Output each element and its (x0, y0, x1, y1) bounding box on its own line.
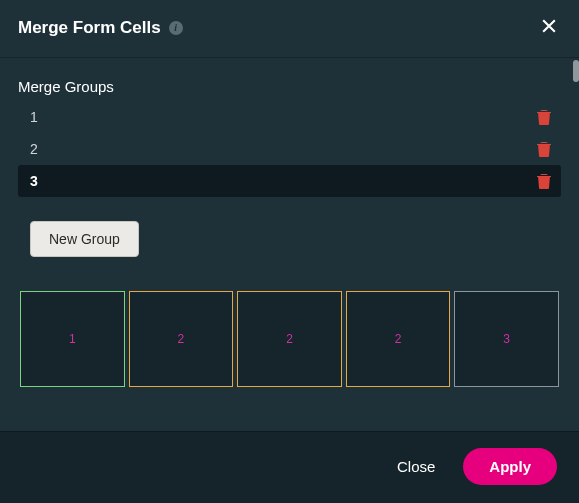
new-group-button[interactable]: New Group (30, 221, 139, 257)
group-row-id: 3 (30, 173, 38, 189)
cells-preview: 1 2 2 2 3 (18, 291, 561, 387)
header-left: Merge Form Cells i (18, 18, 183, 38)
close-icon-button[interactable] (537, 14, 561, 41)
scrollbar-thumb[interactable] (573, 60, 579, 82)
cell-2[interactable]: 2 (129, 291, 234, 387)
cell-1[interactable]: 1 (20, 291, 125, 387)
dialog-header: Merge Form Cells i (0, 0, 579, 58)
cell-label: 2 (395, 332, 402, 346)
merge-form-cells-dialog: Merge Form Cells i Merge Groups 1 2 3 (0, 0, 579, 503)
info-icon[interactable]: i (169, 21, 183, 35)
close-button[interactable]: Close (397, 458, 435, 475)
close-icon (539, 16, 559, 36)
dialog-body: Merge Groups 1 2 3 New Group (0, 58, 579, 431)
dialog-footer: Close Apply (0, 431, 579, 503)
cell-label: 1 (69, 332, 76, 346)
cell-label: 2 (178, 332, 185, 346)
merge-groups-label: Merge Groups (18, 78, 561, 95)
trash-icon[interactable] (537, 141, 551, 157)
cell-label: 2 (286, 332, 293, 346)
trash-icon[interactable] (537, 109, 551, 125)
group-row-id: 1 (30, 109, 38, 125)
cell-label: 3 (503, 332, 510, 346)
dialog-title: Merge Form Cells (18, 18, 161, 38)
cell-5[interactable]: 3 (454, 291, 559, 387)
group-row-2[interactable]: 2 (18, 133, 561, 165)
trash-icon[interactable] (537, 173, 551, 189)
group-row-id: 2 (30, 141, 38, 157)
group-row-3[interactable]: 3 (18, 165, 561, 197)
cell-4[interactable]: 2 (346, 291, 451, 387)
groups-list: 1 2 3 (18, 101, 561, 197)
group-row-1[interactable]: 1 (18, 101, 561, 133)
apply-button[interactable]: Apply (463, 448, 557, 485)
cell-3[interactable]: 2 (237, 291, 342, 387)
